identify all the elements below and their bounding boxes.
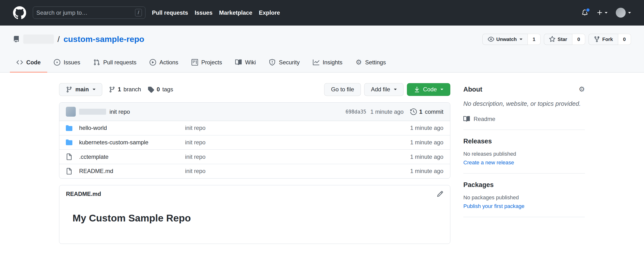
tab-pull-requests[interactable]: Pull requests (87, 53, 143, 72)
fork-button[interactable]: Fork (588, 34, 618, 45)
file-icon (66, 168, 72, 175)
repo-header: / custom-sample-repo Unwatch 1 Star 0 (0, 25, 644, 72)
chevron-down-icon (628, 12, 631, 13)
tab-security[interactable]: Security (262, 53, 306, 72)
star-icon (549, 36, 556, 42)
gear-icon: ⚙ (579, 86, 585, 92)
unread-notification-dot (586, 8, 590, 12)
sidebar-packages: Packages No packages published Publish y… (463, 174, 585, 217)
repo-content: main 1 branch 0 tags Go to file Add fi (59, 83, 450, 244)
file-name-link[interactable]: hello-world (79, 125, 185, 131)
edit-readme-button[interactable] (437, 191, 443, 197)
breadcrumb: / custom-sample-repo (13, 34, 144, 44)
readme-anchor-link[interactable]: Readme (463, 116, 585, 122)
tab-issues[interactable]: Issues (47, 53, 87, 72)
file-name-link[interactable]: .cctemplate (79, 154, 185, 160)
tab-settings[interactable]: ⚙ Settings (349, 53, 392, 72)
file-navigation: main 1 branch 0 tags Go to file Add fi (59, 83, 450, 96)
nav-explore[interactable]: Explore (259, 9, 280, 16)
search-input[interactable] (36, 9, 132, 16)
commit-history-link[interactable]: 1 commit (410, 108, 444, 115)
header-right (582, 8, 631, 17)
tag-icon (148, 86, 154, 93)
code-icon (16, 59, 23, 65)
nav-pull-requests[interactable]: Pull requests (152, 9, 188, 16)
watchers-count[interactable]: 1 (528, 34, 540, 45)
file-name-link[interactable]: README.md (79, 168, 185, 175)
forks-count[interactable]: 0 (618, 34, 631, 45)
file-name-link[interactable]: kubernetes-custom-sample (79, 139, 185, 146)
readme-section: README.md My Custom Sample Repo (59, 185, 450, 244)
chevron-down-icon (605, 12, 608, 13)
file-commit-message-link[interactable]: init repo (185, 154, 378, 160)
repo-name-link[interactable]: custom-sample-repo (64, 34, 144, 44)
about-description: No description, website, or topics provi… (463, 99, 585, 108)
file-icon (66, 154, 72, 160)
stars-count[interactable]: 0 (572, 34, 585, 45)
create-release-link[interactable]: Create a new release (463, 160, 514, 166)
search-box[interactable]: / (33, 6, 146, 19)
table-row: .cctemplate init repo 1 minute ago (59, 149, 450, 164)
go-to-file-button[interactable]: Go to file (324, 83, 361, 96)
header-nav: Pull requests Issues Marketplace Explore (152, 9, 280, 16)
top-navbar: / Pull requests Issues Marketplace Explo… (0, 0, 644, 25)
file-commit-time[interactable]: 1 minute ago (378, 168, 443, 175)
tab-insights[interactable]: Insights (306, 53, 349, 72)
file-commit-time[interactable]: 1 minute ago (378, 139, 443, 146)
fork-icon (594, 36, 600, 42)
readme-content: My Custom Sample Repo (59, 203, 450, 244)
file-commit-message-link[interactable]: init repo (185, 168, 378, 175)
file-commit-time[interactable]: 1 minute ago (378, 125, 443, 131)
add-file-button[interactable]: Add file (364, 83, 404, 96)
tab-code[interactable]: Code (10, 53, 47, 72)
file-commit-message-link[interactable]: init repo (185, 139, 378, 146)
code-download-button[interactable]: Code (407, 83, 450, 96)
history-icon (410, 108, 417, 115)
commit-author-name-redacted[interactable] (79, 109, 106, 115)
nav-marketplace[interactable]: Marketplace (219, 9, 252, 16)
chevron-down-icon (440, 89, 443, 90)
folder-icon (66, 125, 72, 131)
repo-owner-link-redacted[interactable] (24, 35, 54, 44)
unwatch-button[interactable]: Unwatch (482, 34, 528, 45)
tab-wiki[interactable]: Wiki (229, 53, 262, 72)
file-table: init repo 698da35 1 minute ago 1 commit … (59, 102, 450, 178)
tab-projects[interactable]: Projects (185, 53, 228, 72)
commit-message-link[interactable]: init repo (110, 108, 130, 115)
tags-link[interactable]: 0 tags (148, 86, 173, 93)
graph-icon (313, 59, 319, 65)
branch-selector-button[interactable]: main (59, 83, 102, 96)
breadcrumb-separator: / (58, 34, 60, 44)
file-commit-message-link[interactable]: init repo (185, 125, 378, 131)
table-row: README.md init repo 1 minute ago (59, 164, 450, 178)
publish-package-link[interactable]: Publish your first package (463, 203, 524, 209)
about-title: About (463, 86, 482, 93)
tab-actions[interactable]: Actions (143, 53, 185, 72)
user-menu[interactable] (616, 8, 631, 17)
git-branch-icon (109, 86, 115, 93)
commit-time[interactable]: 1 minute ago (370, 108, 404, 115)
star-button[interactable]: Star (544, 34, 572, 45)
notifications-button[interactable] (582, 9, 588, 16)
latest-commit-bar: init repo 698da35 1 minute ago 1 commit (59, 103, 450, 121)
repo-actions: Unwatch 1 Star 0 Fork 0 (482, 34, 631, 45)
sidebar-releases: Releases No releases published Create a … (463, 130, 585, 174)
commit-author-avatar-redacted[interactable] (66, 107, 76, 117)
create-new-menu[interactable] (596, 9, 608, 16)
avatar (616, 8, 626, 17)
nav-issues[interactable]: Issues (195, 9, 212, 16)
github-mark-icon (13, 6, 26, 19)
folder-icon (66, 139, 72, 146)
gear-icon: ⚙ (356, 59, 362, 65)
file-commit-time[interactable]: 1 minute ago (378, 154, 443, 160)
branches-link[interactable]: 1 branch (109, 86, 141, 93)
slash-shortcut-badge: / (135, 9, 142, 16)
plus-icon (596, 9, 603, 16)
chevron-down-icon (92, 89, 96, 90)
packages-empty-text: No packages published (463, 195, 585, 201)
issue-opened-icon (54, 59, 60, 65)
play-icon (150, 59, 156, 65)
github-logo[interactable] (13, 6, 26, 19)
commit-hash-link[interactable]: 698da35 (346, 109, 366, 115)
edit-repo-details-button[interactable]: ⚙ (579, 86, 585, 93)
